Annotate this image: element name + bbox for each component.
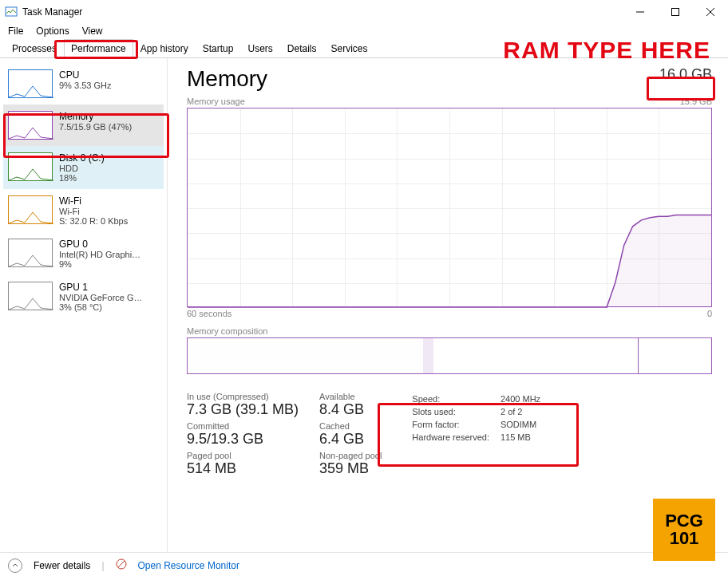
composition-segment	[423, 338, 433, 373]
tab-services[interactable]: Services	[324, 39, 375, 58]
sidebar-item-sub2: 9%	[59, 259, 159, 269]
composition-segment	[433, 338, 638, 373]
footer-bar: Fewer details | Open Resource Monitor	[0, 552, 728, 578]
menu-view[interactable]: View	[82, 26, 103, 37]
perf-sidebar: CPU9% 3.53 GHzMemory7.5/15.9 GB (47%)Dis…	[0, 58, 168, 552]
sidebar-item-gpu-0[interactable]: GPU 0Intel(R) HD Graphi…9%	[3, 232, 164, 275]
stat-label: In use (Compressed)	[187, 392, 299, 401]
sidebar-item-disk-0-c-[interactable]: Disk 0 (C:)HDD18%	[3, 146, 164, 189]
sidebar-thumb	[8, 111, 53, 140]
sidebar-thumb	[8, 282, 53, 310]
svg-marker-5	[188, 215, 711, 308]
sidebar-item-sub: HDD	[59, 164, 159, 173]
sidebar-item-sub2: 18%	[59, 173, 159, 183]
page-title: Memory	[187, 66, 267, 92]
tab-performance[interactable]: Performance	[64, 39, 133, 58]
sidebar-thumb	[8, 69, 53, 98]
composition-label: Memory composition	[187, 326, 712, 336]
stat-label: Paged pool	[187, 451, 299, 460]
app-icon	[5, 6, 18, 18]
maximize-button[interactable]	[658, 0, 693, 24]
spec-value: 2 of 2	[500, 406, 550, 417]
sidebar-thumb	[8, 195, 53, 224]
sidebar-thumb	[8, 152, 53, 181]
composition-segment	[638, 338, 711, 373]
memory-panel: Memory 16.0 GB Memory usage 15.9 GB 60 s…	[168, 58, 728, 552]
spec-label: Slots used:	[412, 406, 499, 417]
window-title: Task Manager	[22, 6, 82, 18]
stat-label: Non-paged pool	[319, 451, 382, 460]
chart-top-right-label: 15.9 GB	[680, 97, 712, 106]
sidebar-item-sub: 9% 3.53 GHz	[59, 81, 159, 90]
menu-file[interactable]: File	[8, 26, 23, 37]
chart-x-right: 0	[707, 309, 712, 318]
stat-value: 514 MB	[187, 460, 299, 477]
sidebar-item-title: Memory	[59, 111, 159, 122]
composition-segment	[188, 338, 423, 373]
sidebar-item-title: CPU	[59, 69, 159, 81]
spec-label: Form factor:	[412, 419, 499, 430]
chart-top-left-label: Memory usage	[187, 97, 245, 106]
open-resource-monitor-link[interactable]: Open Resource Monitor	[138, 560, 239, 571]
stat-value: 6.4 GB	[319, 431, 382, 448]
stat-value: 9.5/19.3 GB	[187, 431, 299, 448]
memory-usage-chart	[187, 108, 712, 307]
memory-stats-grid: In use (Compressed)7.3 GB (39.1 MB)Avail…	[187, 392, 382, 477]
sidebar-item-memory[interactable]: Memory7.5/15.9 GB (47%)	[3, 105, 164, 146]
stat-value: 359 MB	[319, 460, 382, 477]
sidebar-item-sub: Intel(R) HD Graphi…	[59, 250, 159, 259]
stat-value: 7.3 GB (39.1 MB)	[187, 401, 299, 418]
spec-value: 2400 MHz	[500, 393, 550, 404]
sidebar-item-sub: NVIDIA GeForce G…	[59, 293, 159, 302]
spec-label: Speed:	[412, 393, 499, 404]
stat-label: Available	[319, 392, 382, 401]
spec-value: 115 MB	[500, 432, 550, 443]
sidebar-item-title: Wi-Fi	[59, 195, 159, 207]
sidebar-item-sub: Wi-Fi	[59, 207, 159, 216]
svg-rect-2	[672, 9, 679, 16]
spec-value: SODIMM	[500, 419, 550, 430]
chart-x-left: 60 seconds	[187, 309, 231, 318]
svg-line-7	[118, 561, 125, 567]
pcg101-badge: PCG 101	[653, 499, 715, 561]
resmon-icon	[116, 558, 127, 572]
sidebar-item-sub2: S: 32.0 R: 0 Kbps	[59, 216, 159, 226]
tab-users[interactable]: Users	[240, 39, 279, 58]
tab-startup[interactable]: Startup	[196, 39, 241, 58]
sidebar-item-sub: 7.5/15.9 GB (47%)	[59, 122, 159, 132]
tab-processes[interactable]: Processes	[5, 39, 64, 58]
memory-usage-line	[188, 109, 711, 308]
sidebar-item-title: GPU 0	[59, 239, 159, 250]
memory-total: 16.0 GB	[659, 66, 712, 83]
sidebar-item-cpu[interactable]: CPU9% 3.53 GHz	[3, 63, 164, 105]
memory-specs: Speed:2400 MHzSlots used:2 of 2Form fact…	[410, 392, 552, 477]
minimize-button[interactable]	[623, 0, 658, 24]
tab-app-history[interactable]: App history	[133, 39, 196, 58]
menu-options[interactable]: Options	[36, 26, 69, 37]
spec-label: Hardware reserved:	[412, 432, 499, 443]
tab-details[interactable]: Details	[280, 39, 324, 58]
sidebar-thumb	[8, 239, 53, 267]
fewer-details-icon[interactable]	[8, 558, 22, 573]
sidebar-item-title: GPU 1	[59, 282, 159, 293]
stat-label: Committed	[187, 421, 299, 431]
sidebar-item-gpu-1[interactable]: GPU 1NVIDIA GeForce G…3% (58 °C)	[3, 275, 164, 318]
annotation-headline: RAM TYPE HERE	[503, 37, 710, 64]
close-button[interactable]	[693, 0, 728, 24]
memory-composition-bar	[187, 337, 712, 374]
stat-label: Cached	[319, 421, 382, 431]
title-bar: Task Manager	[0, 0, 728, 24]
sidebar-item-title: Disk 0 (C:)	[59, 152, 159, 164]
sidebar-item-sub2: 3% (58 °C)	[59, 302, 159, 312]
sidebar-item-wi-fi[interactable]: Wi-FiWi-FiS: 32.0 R: 0 Kbps	[3, 189, 164, 232]
fewer-details-link[interactable]: Fewer details	[34, 560, 90, 571]
stat-value: 8.4 GB	[319, 401, 382, 418]
